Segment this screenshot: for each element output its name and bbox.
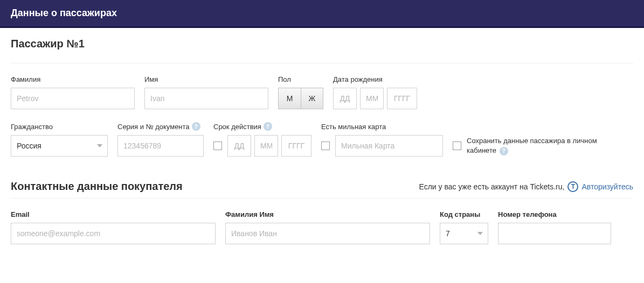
dob-day-input[interactable] [333, 88, 357, 109]
contact-title: Контактные данные покупателя [11, 180, 183, 193]
phone-field: Номер телефона [498, 210, 611, 244]
save-passenger-checkbox[interactable] [453, 142, 461, 150]
citizenship-field: Гражданство Россия [11, 123, 108, 157]
email-field: Email [11, 210, 216, 244]
citizenship-value: Россия [17, 142, 41, 150]
gender-female-button[interactable]: Ж [301, 88, 323, 109]
gender-male-button[interactable]: М [278, 88, 301, 109]
contact-section: Контактные данные покупателя Если у вас … [0, 175, 644, 263]
miles-field: Есть мильная карта [321, 123, 443, 157]
fullname-field: Фамилия Имя [225, 210, 430, 244]
email-input[interactable] [11, 223, 216, 244]
divider [11, 63, 633, 63]
country-code-field: Код страны 7 [440, 210, 488, 244]
header-title: Данные о пассажирах [11, 8, 117, 18]
chevron-down-icon [97, 144, 102, 147]
help-icon[interactable]: ? [500, 147, 508, 155]
expiry-group [213, 135, 311, 157]
auth-link[interactable]: Авторизуйтесь [581, 182, 633, 191]
expiry-label: Срок действия ? [213, 122, 311, 131]
miles-group [321, 135, 443, 157]
expiry-field: Срок действия ? [213, 122, 311, 157]
passenger-section: Пассажир №1 Фамилия Имя Пол М Ж Дата рож… [0, 28, 644, 175]
expiry-checkbox[interactable] [213, 142, 222, 150]
help-icon[interactable]: ? [264, 122, 272, 131]
fullname-label: Фамилия Имя [225, 210, 430, 218]
citizenship-label: Гражданство [11, 123, 108, 131]
dob-month-input[interactable] [360, 88, 384, 109]
country-code-select-wrap: 7 [440, 223, 488, 244]
miles-label: Есть мильная карта [321, 123, 443, 131]
lastname-input[interactable] [11, 88, 135, 109]
email-label: Email [11, 210, 216, 218]
dob-label: Дата рождения [333, 75, 417, 83]
citizenship-select-wrap: Россия [11, 135, 108, 157]
passenger-row-1: Фамилия Имя Пол М Ж Дата рождения [11, 75, 633, 109]
phone-label: Номер телефона [498, 210, 611, 218]
expiry-date-group [227, 135, 311, 157]
country-code-value: 7 [446, 229, 450, 238]
save-passenger-label-text: Сохранить данные пассажира в личном каби… [467, 137, 597, 154]
contact-title-row: Контактные данные покупателя Если у вас … [11, 180, 633, 199]
country-code-label: Код страны [440, 210, 488, 218]
save-passenger-label: Сохранить данные пассажира в личном каби… [467, 136, 604, 155]
expiry-year-input[interactable] [281, 135, 311, 157]
lastname-field: Фамилия [11, 75, 135, 109]
fullname-input[interactable] [225, 223, 430, 244]
expiry-day-input[interactable] [227, 135, 251, 157]
tickets-icon: Т [567, 181, 578, 192]
docnum-input[interactable] [117, 135, 204, 157]
miles-input[interactable] [335, 135, 443, 157]
firstname-label: Имя [144, 75, 268, 83]
passengers-header: Данные о пассажирах [0, 0, 644, 28]
phone-input[interactable] [498, 223, 611, 244]
docnum-label-text: Серия и № документа [117, 123, 190, 131]
gender-label: Пол [278, 75, 323, 83]
firstname-field: Имя [144, 75, 268, 109]
expiry-month-input[interactable] [254, 135, 278, 157]
dob-group [333, 88, 417, 109]
dob-field: Дата рождения [333, 75, 417, 109]
contact-row: Email Фамилия Имя Код страны 7 Номер тел… [11, 210, 633, 244]
gender-group: М Ж [278, 88, 323, 109]
miles-checkbox[interactable] [321, 142, 330, 150]
citizenship-select[interactable]: Россия [11, 135, 108, 157]
chevron-down-icon [477, 232, 483, 235]
expiry-label-text: Срок действия [213, 123, 261, 131]
gender-field: Пол М Ж [278, 75, 323, 109]
firstname-input[interactable] [144, 88, 268, 109]
help-icon[interactable]: ? [192, 122, 200, 131]
passenger-row-2: Гражданство Россия Серия и № документа ?… [11, 122, 633, 157]
lastname-label: Фамилия [11, 75, 135, 83]
auth-prompt-text: Если у вас уже есть аккаунт на Tickets.r… [419, 182, 565, 191]
dob-year-input[interactable] [387, 88, 417, 109]
save-passenger-wrap: Сохранить данные пассажира в личном каби… [453, 135, 604, 157]
docnum-label: Серия и № документа ? [117, 122, 204, 131]
auth-prompt: Если у вас уже есть аккаунт на Tickets.r… [419, 181, 634, 197]
docnum-field: Серия и № документа ? [117, 122, 204, 157]
passenger-title: Пассажир №1 [11, 38, 633, 50]
